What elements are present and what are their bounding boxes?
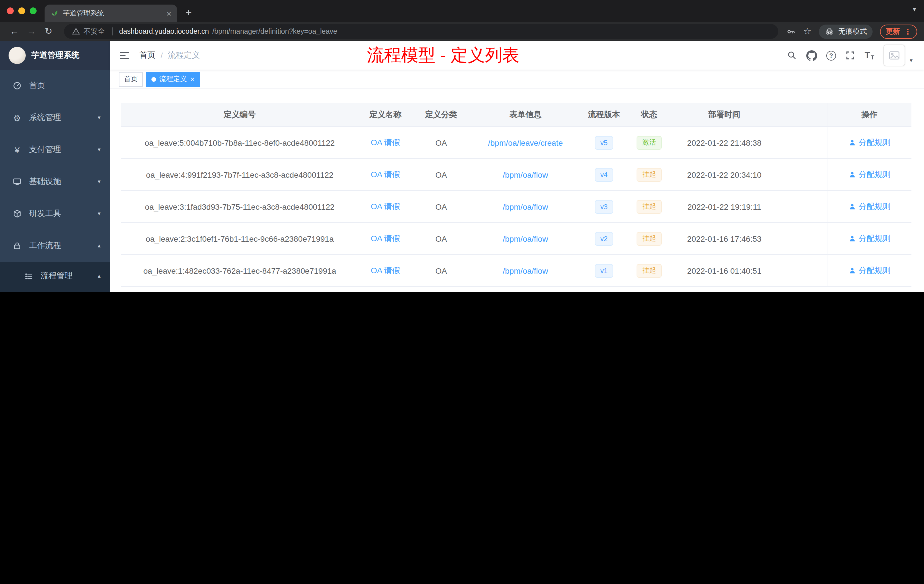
workflow-submenu: 流程管理 流程表单 用户分组 xyxy=(0,262,110,292)
not-secure-warning-icon xyxy=(72,27,80,35)
browser-menu-icon[interactable] xyxy=(904,28,911,35)
deploy-time-cell: 2022-01-16 17:46:53 xyxy=(672,223,777,254)
reload-button[interactable] xyxy=(41,24,56,39)
sidebar-item-dev-tools[interactable]: 研发工具 xyxy=(0,198,110,230)
sidebar-item-infrastructure[interactable]: 基础设施 xyxy=(0,166,110,198)
chevron-down-icon xyxy=(98,115,101,120)
column-header: 流程版本 xyxy=(581,103,627,126)
version-tag: v3 xyxy=(594,200,613,213)
browser-tab[interactable]: 芋道管理系统 xyxy=(45,5,177,22)
deploy-time-cell: 2022-01-22 20:34:10 xyxy=(672,159,777,190)
user-avatar[interactable] xyxy=(883,45,905,66)
tab-close-icon[interactable] xyxy=(166,9,172,17)
assign-rule-link[interactable]: 分配规则 xyxy=(848,137,891,148)
bookmark-star-icon[interactable] xyxy=(803,27,812,36)
chevron-down-icon xyxy=(98,179,101,185)
app: 芋道管理系统 首页 系统管理 支付管理 xyxy=(0,41,924,292)
page-content: 定义编号 定义名称 定义分类 表单信息 流程版本 状态 部署时间 操作 oa_l… xyxy=(110,89,924,292)
assign-rule-label: 分配规则 xyxy=(858,170,891,180)
column-header: 定义编号 xyxy=(121,103,358,126)
sidebar-item-workflow[interactable]: 工作流程 xyxy=(0,230,110,262)
filler-cell xyxy=(777,255,827,286)
assign-rule-link[interactable]: 分配规则 xyxy=(848,233,891,244)
help-icon[interactable] xyxy=(826,51,836,60)
breadcrumb-current: 流程定义 xyxy=(168,50,200,61)
assign-rule-label: 分配规则 xyxy=(858,266,891,276)
gear-icon xyxy=(13,113,22,122)
url-domain: dashboard.yudao.iocoder.cn xyxy=(119,27,209,35)
sidebar: 芋道管理系统 首页 系统管理 支付管理 xyxy=(0,41,110,292)
definition-name-link[interactable]: OA 请假 xyxy=(371,170,400,180)
sidebar-item-home[interactable]: 首页 xyxy=(0,70,110,102)
logo-avatar xyxy=(8,47,26,64)
sidebar-item-label: 系统管理 xyxy=(29,112,61,123)
category-cell: OA xyxy=(412,127,470,158)
definition-id-cell: oa_leave:1:482ec033-762a-11ec-8477-a2380… xyxy=(121,255,358,286)
back-button[interactable] xyxy=(7,24,22,39)
table-row: oa_leave:1:482ec033-762a-11ec-8477-a2380… xyxy=(121,255,911,287)
screen: 芋道管理系统 不安全 dashboard.yudao.iocoder.cn/bp… xyxy=(0,0,924,292)
form-link[interactable]: /bpm/oa/flow xyxy=(503,234,548,243)
column-header-filler xyxy=(777,103,827,126)
sidebar-item-process-forms[interactable]: 流程表单 xyxy=(0,290,110,292)
assign-rule-link[interactable]: 分配规则 xyxy=(848,266,891,276)
new-tab-button[interactable] xyxy=(181,4,196,20)
status-tag: 激活 xyxy=(637,136,662,149)
forward-button[interactable] xyxy=(24,24,39,39)
not-secure-label: 不安全 xyxy=(83,26,105,36)
key-icon[interactable] xyxy=(786,26,796,36)
filler-cell xyxy=(777,159,827,190)
category-cell: OA xyxy=(412,191,470,222)
yen-icon xyxy=(13,145,22,154)
sidebar-collapse-icon[interactable] xyxy=(119,50,130,61)
app-logo[interactable]: 芋道管理系统 xyxy=(0,41,110,70)
chrome-update-button[interactable]: 更新 xyxy=(880,24,917,39)
close-window-button[interactable] xyxy=(7,7,14,14)
assign-rule-label: 分配规则 xyxy=(858,233,891,244)
tab-strip: 芋道管理系统 xyxy=(0,0,924,22)
tab-favicon-icon xyxy=(50,9,58,17)
update-label: 更新 xyxy=(886,26,900,36)
avatar-caret-icon[interactable] xyxy=(910,58,912,63)
assign-rule-label: 分配规则 xyxy=(858,137,891,148)
chevron-up-icon xyxy=(98,243,101,249)
category-cell: OA xyxy=(412,159,470,190)
form-link[interactable]: /bpm/oa/flow xyxy=(503,170,548,179)
column-header: 表单信息 xyxy=(470,103,581,126)
assign-rule-link[interactable]: 分配规则 xyxy=(848,201,891,212)
form-link[interactable]: /bpm/oa/leave/create xyxy=(488,138,563,147)
sidebar-item-payment-management[interactable]: 支付管理 xyxy=(0,134,110,166)
incognito-icon xyxy=(825,26,834,36)
sidebar-item-process-management[interactable]: 流程管理 xyxy=(0,262,110,290)
assign-rule-link[interactable]: 分配规则 xyxy=(848,170,891,180)
version-tag: v5 xyxy=(594,136,613,149)
definition-table: 定义编号 定义名称 定义分类 表单信息 流程版本 状态 部署时间 操作 oa_l… xyxy=(121,103,911,287)
deploy-time-cell: 2022-01-22 19:19:11 xyxy=(672,191,777,222)
fullscreen-icon[interactable] xyxy=(845,50,855,61)
column-header: 操作 xyxy=(827,103,911,126)
status-tag: 挂起 xyxy=(637,200,662,213)
definition-name-link[interactable]: OA 请假 xyxy=(371,266,400,276)
tag-home[interactable]: 首页 xyxy=(119,72,143,87)
tag-label: 首页 xyxy=(124,74,138,84)
tag-close-icon[interactable] xyxy=(190,76,195,83)
main-area: 首页 / 流程定义 流程模型 - 定义列表 TT xyxy=(110,41,924,292)
form-link[interactable]: /bpm/oa/flow xyxy=(503,202,548,211)
zoom-window-button[interactable] xyxy=(30,7,36,14)
breadcrumb-home[interactable]: 首页 xyxy=(139,50,155,61)
version-tag: v1 xyxy=(594,264,613,277)
definition-name-link[interactable]: OA 请假 xyxy=(371,233,400,244)
definition-name-link[interactable]: OA 请假 xyxy=(371,137,400,148)
table-row: oa_leave:3:1fad3d93-7b75-11ec-a3c8-acde4… xyxy=(121,191,911,223)
search-icon[interactable] xyxy=(787,50,797,61)
github-icon[interactable] xyxy=(806,50,817,61)
tab-overflow-chevron-icon[interactable] xyxy=(913,6,916,13)
tag-process-definition[interactable]: 流程定义 xyxy=(146,72,200,87)
definition-name-link[interactable]: OA 请假 xyxy=(371,201,400,212)
font-size-icon[interactable]: TT xyxy=(865,50,874,61)
address-bar[interactable]: 不安全 dashboard.yudao.iocoder.cn/bpm/manag… xyxy=(64,24,778,39)
minimize-window-button[interactable] xyxy=(18,7,25,14)
sidebar-item-system-management[interactable]: 系统管理 xyxy=(0,102,110,134)
form-link[interactable]: /bpm/oa/flow xyxy=(503,266,548,275)
table-row: oa_leave:5:004b710b-7b8a-11ec-8ef0-acde4… xyxy=(121,127,911,159)
